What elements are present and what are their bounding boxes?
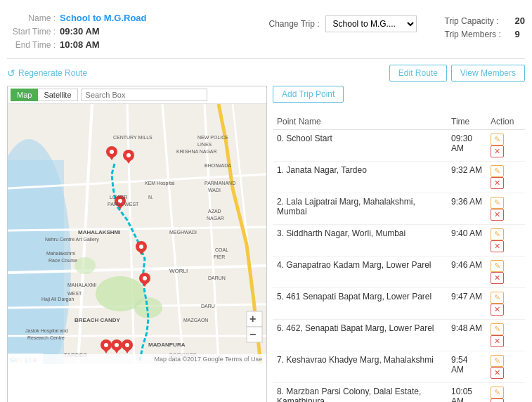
delete-button-7[interactable]: ✕ [491, 367, 504, 379]
table-row: 0. School Start 09:30AM ✎ ✕ [273, 130, 525, 162]
content-area: Map Satellite [7, 86, 525, 402]
capacity-row: Trip Capacity : 20 [445, 15, 525, 26]
search-input[interactable] [81, 89, 207, 101]
map-footer-right: Map data ©2017 Google Terms of Use [154, 356, 262, 363]
toolbar: ↺ Regenerate Route Edit Route View Membe… [7, 65, 525, 82]
edit-button-0[interactable]: ✎ [491, 134, 504, 145]
point-name: 462, Senapati Bapat Marg, Lower Parel [286, 323, 434, 333]
svg-text:WORLI: WORLI [169, 268, 188, 274]
point-index: 1. [277, 165, 284, 175]
delete-button-0[interactable]: ✕ [491, 145, 504, 157]
point-index: 5. [277, 292, 284, 302]
map-tab-map[interactable]: Map [11, 89, 38, 101]
edit-route-button[interactable]: Edit Route [389, 65, 447, 82]
table-row: 5. 461 Senapati Bapat Marg, Lower Parel … [273, 288, 525, 320]
delete-button-8[interactable]: ✕ [491, 398, 504, 402]
trip-table-body: 0. School Start 09:30AM ✎ ✕ 1. Janata Na… [273, 130, 525, 403]
header-section: Name : School to M.G.Road Start Time : 0… [7, 7, 525, 59]
time-cell: 9:32 AM [447, 162, 486, 193]
edit-button-1[interactable]: ✎ [491, 165, 504, 177]
regenerate-route-button[interactable]: ↺ Regenerate Route [7, 67, 87, 79]
edit-button-8[interactable]: ✎ [491, 387, 504, 398]
point-index: 7. [277, 355, 284, 365]
end-time-row: End Time : 10:08 AM [7, 39, 254, 50]
trip-name-value: School to M.G.Road [60, 13, 147, 23]
point-index: 4. [277, 260, 284, 270]
svg-text:BHOIWADA: BHOIWADA [205, 163, 231, 168]
point-name-cell: 4. Ganapatrao Kadam Marg, Lower Parel [273, 257, 447, 288]
svg-text:Jaslok Hospital and: Jaslok Hospital and [25, 328, 68, 334]
edit-button-3[interactable]: ✎ [491, 228, 504, 240]
svg-text:WADI: WADI [208, 188, 221, 193]
edit-button-6[interactable]: ✎ [491, 323, 504, 335]
edit-button-4[interactable]: ✎ [491, 260, 504, 272]
change-trip-label: Change Trip : [268, 19, 319, 29]
action-cell: ✎ ✕ [486, 351, 525, 383]
point-index: 3. [277, 228, 284, 238]
edit-button-7[interactable]: ✎ [491, 355, 504, 367]
point-name-cell: 8. Marzban Parsi Colony, Dalal Estate, K… [273, 383, 447, 403]
point-name-cell: 2. Lala Lajpatrai Marg, Mahalakshmi, Mum… [273, 193, 447, 225]
svg-text:KRISHNA NAGAR: KRISHNA NAGAR [176, 149, 217, 154]
delete-button-5[interactable]: ✕ [491, 304, 504, 316]
point-name: Janata Nagar, Tardeo [286, 165, 367, 175]
change-trip-select[interactable]: School to M.G.... [325, 15, 417, 32]
table-row: 3. Siddharth Nagar, Worli, Mumbai 9:40 A… [273, 225, 525, 257]
action-cell: ✎ ✕ [486, 225, 525, 257]
toolbar-left: ↺ Regenerate Route [7, 67, 87, 79]
end-time-label: End Time : [7, 40, 60, 50]
svg-text:NAGAR: NAGAR [207, 216, 224, 221]
action-cell: ✎ ✕ [486, 320, 525, 351]
svg-point-33 [104, 343, 108, 347]
point-index: 6. [277, 323, 284, 333]
delete-button-4[interactable]: ✕ [491, 272, 504, 284]
svg-text:MAHALAXMI: MAHALAXMI [67, 283, 96, 287]
delete-button-6[interactable]: ✕ [491, 335, 504, 347]
svg-text:Haji Ali Dargah: Haji Ali Dargah [41, 297, 74, 302]
table-row: 1. Janata Nagar, Tardeo 9:32 AM ✎ ✕ [273, 162, 525, 193]
start-time-value: 09:30 AM [60, 26, 100, 37]
action-cell: ✎ ✕ [486, 383, 525, 403]
map-footer: Map data ©2017 Google Terms of Use [8, 354, 266, 364]
svg-text:CENTURY MILLS: CENTURY MILLS [113, 135, 153, 140]
svg-text:N.: N. [148, 195, 153, 200]
table-row: 8. Marzban Parsi Colony, Dalal Estate, K… [273, 383, 525, 403]
members-value: 9 [515, 29, 520, 39]
col-point-name: Point Name [273, 114, 447, 130]
col-time: Time [447, 114, 486, 130]
add-trip-point-button[interactable]: Add Trip Point [273, 86, 344, 103]
point-name: Ganapatrao Kadam Marg, Lower Parel [286, 260, 431, 270]
edit-button-2[interactable]: ✎ [491, 197, 504, 209]
point-name-cell: 0. School Start [273, 130, 447, 162]
svg-point-15 [74, 257, 96, 274]
col-action: Action [486, 114, 525, 130]
map-tab-satellite[interactable]: Satellite [38, 89, 77, 101]
delete-button-1[interactable]: ✕ [491, 177, 504, 189]
point-name: Marzban Parsi Colony, Dalal Estate, Kama… [277, 387, 421, 402]
edit-button-5[interactable]: ✎ [491, 292, 504, 304]
action-cell: ✎ ✕ [486, 162, 525, 193]
svg-text:MAZGAON: MAZGAON [183, 318, 208, 323]
time-cell: 09:30AM [447, 130, 486, 162]
capacity-label: Trip Capacity : [445, 16, 515, 26]
svg-text:MADANPURA: MADANPURA [148, 342, 186, 348]
name-row: Name : School to M.G.Road [7, 13, 254, 23]
time-cell: 9:54AM [447, 351, 486, 383]
point-name-cell: 7. Keshavrao Khadye Marg, Mahalakshmi [273, 351, 447, 383]
action-cell: ✎ ✕ [486, 288, 525, 320]
svg-text:PIER: PIER [214, 254, 225, 259]
main-container: Name : School to M.G.Road Start Time : 0… [0, 0, 532, 402]
map-svg: MAHALAKSHMI MAHALAXMI WEST BREACH CANDY … [8, 104, 266, 364]
name-label: Name : [7, 13, 60, 23]
delete-button-3[interactable]: ✕ [491, 240, 504, 252]
map-section: Map Satellite [7, 86, 267, 402]
svg-text:COAL: COAL [215, 247, 228, 252]
change-trip-section: Change Trip : School to M.G.... [268, 15, 416, 32]
toolbar-right: Edit Route View Members [389, 65, 525, 82]
delete-button-2[interactable]: ✕ [491, 209, 504, 221]
point-index: 2. [277, 197, 284, 207]
svg-point-27 [139, 245, 143, 249]
start-time-label: Start Time : [7, 27, 60, 37]
map-area[interactable]: MAHALAKSHMI MAHALAXMI WEST BREACH CANDY … [8, 104, 266, 364]
view-members-button[interactable]: View Members [451, 65, 525, 82]
